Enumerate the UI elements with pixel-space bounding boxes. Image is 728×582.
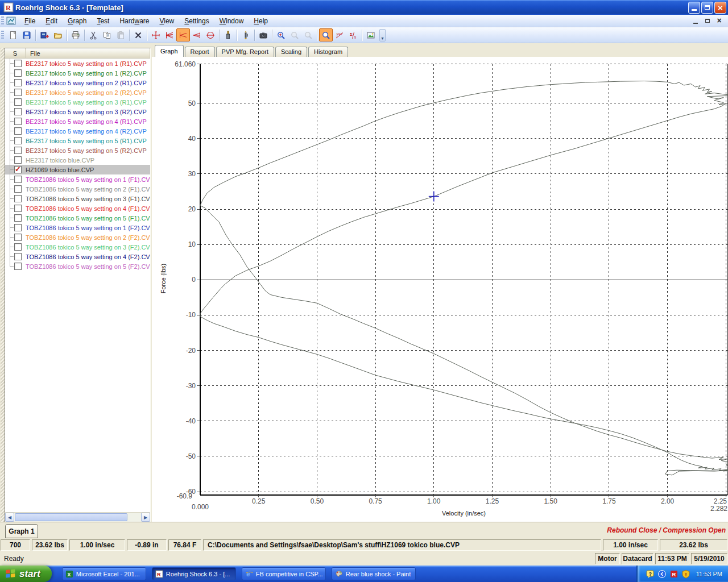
menu-view[interactable]: View xyxy=(154,16,179,26)
menu-file[interactable]: File xyxy=(19,16,40,26)
file-name[interactable]: TOBZ1086 tokico 5 way setting on 1 (F2).… xyxy=(26,225,150,231)
file-row[interactable]: BE2317 tokico 5 way setting on 2 (R1).CV… xyxy=(5,78,150,88)
statistics-button[interactable]: Σn xyxy=(346,28,360,41)
hide-icons-chevron-icon[interactable] xyxy=(657,569,667,579)
file-name[interactable]: TOBZ1086 tokico 5 way setting on 3 (F1).… xyxy=(26,196,150,202)
row-checkbox[interactable] xyxy=(14,79,22,86)
security-shield-icon[interactable]: ! xyxy=(681,569,690,579)
file-name[interactable]: TOBZ1086 tokico 5 way setting on 1 (F1).… xyxy=(26,176,150,183)
graph-axes-button[interactable] xyxy=(149,28,163,41)
menu-help[interactable]: Help xyxy=(249,16,273,26)
cut-button[interactable] xyxy=(86,28,100,41)
row-checkbox[interactable] xyxy=(14,98,22,106)
scrollbar-thumb[interactable] xyxy=(15,513,127,521)
menu-graph[interactable]: Graph xyxy=(63,16,92,26)
document-chart-icon[interactable] xyxy=(6,16,16,26)
file-row[interactable]: BE2317 tokico 5 way setting on 1 (R1).CV… xyxy=(5,59,150,68)
row-checkbox[interactable] xyxy=(14,195,22,202)
export-data-button[interactable] xyxy=(38,28,51,41)
file-name[interactable]: BE2317 tokico 5 way setting on 5 (R1).CV… xyxy=(26,138,147,144)
toolbar-grip[interactable] xyxy=(1,31,4,40)
row-checkbox[interactable] xyxy=(14,224,22,231)
menubar-grip[interactable] xyxy=(1,16,4,26)
row-checkbox[interactable]: ✓ xyxy=(14,166,22,173)
menu-test[interactable]: Test xyxy=(92,16,114,26)
file-row[interactable]: TOBZ1086 tokico 5 way setting on 3 (F2).… xyxy=(5,242,150,252)
row-checkbox[interactable] xyxy=(14,89,22,96)
zoom-reset-button[interactable] xyxy=(301,28,315,41)
row-checkbox[interactable] xyxy=(14,108,22,115)
minimize-button[interactable] xyxy=(688,2,700,14)
file-row[interactable]: TOBZ1086 tokico 5 way setting on 1 (F1).… xyxy=(5,174,150,184)
tab-scaling[interactable]: Scaling xyxy=(275,47,307,57)
menu-settings[interactable]: Settings xyxy=(179,16,214,26)
file-row[interactable]: TOBZ1086 tokico 5 way setting on 1 (F2).… xyxy=(5,223,150,232)
tab-graph[interactable]: Graph xyxy=(155,45,184,57)
menu-hardware[interactable]: Hardware xyxy=(114,16,154,26)
taskbar-task-paint[interactable]: Rear blue shock - Paint xyxy=(332,567,416,580)
row-checkbox[interactable] xyxy=(14,214,22,222)
row-checkbox[interactable] xyxy=(14,137,22,144)
help-icon[interactable]: ? xyxy=(646,569,655,579)
file-row[interactable]: BE2317 tokico 5 way setting on 5 (R2).CV… xyxy=(5,146,150,155)
file-name[interactable]: TOBZ1086 tokico 5 way setting on 2 (F2).… xyxy=(26,234,150,241)
mdi-minimize-button[interactable] xyxy=(691,17,700,25)
column-header-s[interactable]: S xyxy=(5,48,26,58)
row-checkbox[interactable] xyxy=(14,263,22,270)
taskbar-task-excel[interactable]: XMicrosoft Excel - 201... xyxy=(62,567,146,580)
row-checkbox[interactable] xyxy=(14,69,22,77)
paste-button[interactable] xyxy=(114,28,127,41)
file-row[interactable]: TOBZ1086 tokico 5 way setting on 3 (F1).… xyxy=(5,194,150,203)
tab-report[interactable]: Report xyxy=(185,47,215,57)
force-velocity-chart[interactable]: 61.06050403020100-10-20-30-40-50-60-60.9… xyxy=(152,57,728,522)
file-name[interactable]: BE2317 tokico 5 way setting on 5 (R2).CV… xyxy=(26,147,147,154)
horizontal-scrollbar[interactable]: ◀ ▶ xyxy=(5,512,150,522)
new-file-button[interactable] xyxy=(6,28,20,41)
copy-button[interactable] xyxy=(100,28,114,41)
mdi-restore-button[interactable] xyxy=(703,17,712,25)
curve-left-button[interactable] xyxy=(190,28,204,41)
tab-histogram[interactable]: Histogram xyxy=(308,47,348,57)
zoom-mode-button[interactable] xyxy=(319,28,333,41)
row-checkbox[interactable] xyxy=(14,60,22,67)
row-checkbox[interactable] xyxy=(14,127,22,135)
toolbar-options-chevron-icon[interactable]: ▼ xyxy=(379,29,386,41)
row-checkbox[interactable] xyxy=(14,147,22,154)
graph-sheet-tab[interactable]: Graph 1 xyxy=(5,524,38,538)
scroll-left-icon[interactable]: ◀ xyxy=(5,513,14,522)
roehrig-tray-icon[interactable]: R xyxy=(669,569,679,579)
file-name[interactable]: TOBZ1086 tokico 5 way setting on 3 (F2).… xyxy=(26,244,150,251)
menu-edit[interactable]: Edit xyxy=(40,16,63,26)
file-row[interactable]: TOBZ1086 tokico 5 way setting on 5 (F2).… xyxy=(5,261,150,271)
file-name[interactable]: BE2317 tokico 5 way setting on 3 (R2).CV… xyxy=(26,109,147,115)
row-checkbox[interactable] xyxy=(14,118,22,125)
file-row[interactable]: BE2317 tokico 5 way setting on 3 (R1).CV… xyxy=(5,97,150,107)
file-name[interactable]: TOBZ1086 tokico 5 way setting on 5 (F2).… xyxy=(26,263,150,270)
shock-travel-button[interactable] xyxy=(239,28,253,41)
file-row[interactable]: BE2317 tokico 5 way setting on 1 (R2).CV… xyxy=(5,68,150,78)
snapshot-button[interactable] xyxy=(257,28,270,41)
panel-grip[interactable] xyxy=(1,48,5,522)
file-name[interactable]: BE2317 tokico 5 way setting on 3 (R1).CV… xyxy=(26,99,147,106)
file-name[interactable]: TOBZ1086 tokico 5 way setting on 5 (F1).… xyxy=(26,215,150,222)
file-name[interactable]: TOBZ1086 tokico 5 way setting on 4 (F2).… xyxy=(26,253,150,260)
curve-fit-button[interactable]: y=x xyxy=(333,28,346,41)
file-name[interactable]: BE2317 tokico 5 way setting on 2 (R2).CV… xyxy=(26,89,147,96)
multi-curve-button[interactable] xyxy=(163,28,176,41)
shock-setup-button[interactable] xyxy=(221,28,235,41)
file-row[interactable]: BE2317 tokico 5 way setting on 5 (R1).CV… xyxy=(5,136,150,146)
row-checkbox[interactable] xyxy=(14,205,22,212)
file-name[interactable]: BE2317 tokico 5 way setting on 1 (R1).CV… xyxy=(26,60,147,67)
row-checkbox[interactable] xyxy=(14,234,22,241)
file-name[interactable]: TOBZ1086 tokico 5 way setting on 4 (F1).… xyxy=(26,205,150,212)
pvp-plot-button[interactable] xyxy=(204,28,217,41)
file-name[interactable]: BE2317 tokico 5 way setting on 1 (R2).CV… xyxy=(26,70,147,77)
zoom-in-button[interactable] xyxy=(274,28,288,41)
row-checkbox[interactable] xyxy=(14,156,22,164)
file-row[interactable]: TOBZ1086 tokico 5 way setting on 5 (F1).… xyxy=(5,213,150,223)
file-row[interactable]: BE2317 tokico 5 way setting on 2 (R2).CV… xyxy=(5,88,150,97)
file-row[interactable]: BE2317 tokico 5 way setting on 4 (R1).CV… xyxy=(5,117,150,126)
scroll-right-icon[interactable]: ▶ xyxy=(141,513,150,522)
file-name[interactable]: TOBZ1086 tokico 5 way setting on 2 (F1).… xyxy=(26,186,150,193)
file-name[interactable]: BE2317 tokico 5 way setting on 2 (R1).CV… xyxy=(26,80,147,86)
